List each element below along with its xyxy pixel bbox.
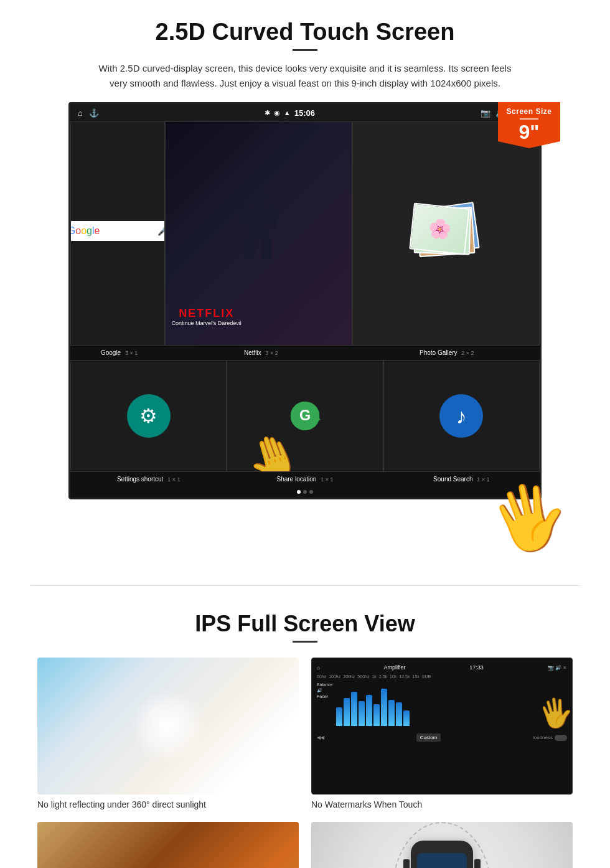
hand-pointer-icon: 🤚 xyxy=(239,425,307,472)
screen-size-badge: Screen Size 9" xyxy=(498,102,560,148)
netflix-logo-text: NETFLIX xyxy=(172,307,242,320)
eq-bar-5 xyxy=(366,695,372,726)
eq-bar-10 xyxy=(403,710,410,726)
svg-rect-3 xyxy=(267,207,277,229)
amp-time: 17:33 xyxy=(469,664,484,671)
amplifier-image: ⌂ Amplifier 17:33 📷 🔊 ✕ 60hz100hz200hz50… xyxy=(311,658,573,795)
car-mirror-right xyxy=(474,859,481,868)
svg-point-0 xyxy=(251,189,266,207)
amp-freq-labels: 60hz100hz200hz500hz1k2.5k10k12.5k15kSUB xyxy=(317,674,567,679)
netflix-overlay: NETFLIX Continue Marvel's Daredevil xyxy=(172,307,242,326)
car-windshield xyxy=(417,853,467,868)
photo-gallery-cell[interactable]: 🌸 xyxy=(352,121,540,346)
google-app-cell[interactable]: Google 🎤 xyxy=(70,121,165,346)
eq-bar-3 xyxy=(351,692,357,726)
dot-1[interactable] xyxy=(297,490,301,494)
sound-search-cell[interactable]: ♪ xyxy=(383,360,540,472)
home-icon[interactable]: ⌂ xyxy=(78,108,83,118)
photo-card-4: 🌸 xyxy=(410,203,470,255)
device-mockup: Screen Size 9" ⌂ ⚓ ✱ ◉ ▲ 15:06 📷 🔊 xyxy=(68,102,542,554)
status-bar: ⌂ ⚓ ✱ ◉ ▲ 15:06 📷 🔊 ✕ ⬜ xyxy=(70,104,540,121)
daredevil-silhouette xyxy=(237,187,280,262)
feature-speed: 🐆 Super Fast Response xyxy=(37,822,299,868)
page-dots xyxy=(70,486,540,498)
eq-bar-2 xyxy=(344,698,350,726)
eq-bars-container: 🖐️ xyxy=(336,682,567,726)
section1-title: 2.5D Curved Touch Screen xyxy=(37,19,573,45)
share-location-cell[interactable]: G 🤚 xyxy=(227,360,383,472)
sunlight-caption: No light reflecting under 360° direct su… xyxy=(37,800,299,809)
amp-back-icon[interactable]: ◀◀ xyxy=(317,735,324,740)
google-search-bar[interactable]: Google 🎤 xyxy=(70,221,165,241)
flower-icon: 🌸 xyxy=(427,217,452,241)
amp-bottom-controls: ◀◀ Custom loudness xyxy=(317,734,567,742)
netflix-label: Netflix 3 × 2 xyxy=(168,348,354,357)
loudness-control: loudness xyxy=(533,735,567,741)
cheetah-image: 🐆 xyxy=(37,822,299,868)
svg-rect-2 xyxy=(240,207,250,229)
bluetooth-icon: ✱ xyxy=(265,109,270,117)
status-center: ✱ ◉ ▲ 15:06 xyxy=(265,108,315,118)
status-left: ⌂ ⚓ xyxy=(78,108,99,118)
svg-rect-4 xyxy=(245,238,255,260)
app-grid-row1: Google 🎤 xyxy=(70,121,540,346)
svg-rect-1 xyxy=(249,205,268,240)
eq-bar-7 xyxy=(381,689,387,726)
photo-stack: 🌸 xyxy=(408,202,483,265)
android-screen: ⌂ ⚓ ✱ ◉ ▲ 15:06 📷 🔊 ✕ ⬜ xyxy=(68,102,542,499)
svg-rect-5 xyxy=(261,238,271,260)
share-label: Share location 1 × 1 xyxy=(227,474,383,484)
location-icon: ◉ xyxy=(274,109,280,117)
section2-title: IPS Full Screen View xyxy=(37,611,573,637)
section1-title-underline xyxy=(293,49,317,51)
amp-title: Amplifier xyxy=(384,664,406,671)
amp-home-icon: ⌂ xyxy=(317,665,320,671)
section-curved-touch: 2.5D Curved Touch Screen With 2.5D curve… xyxy=(0,0,610,567)
amp-side-labels: Balance 🔊 Fader xyxy=(317,682,567,726)
amp-status-bar: ⌂ Amplifier 17:33 📷 🔊 ✕ xyxy=(317,663,567,672)
dot-2[interactable] xyxy=(303,490,307,494)
labels-row-1: Google 3 × 1 Netflix 3 × 2 Photo Gallery… xyxy=(70,346,540,360)
wifi-icon: ▲ xyxy=(284,109,291,116)
gallery-label: Photo Gallery 2 × 2 xyxy=(354,348,540,357)
loudness-toggle[interactable] xyxy=(555,735,567,741)
camera-icon[interactable]: 📷 xyxy=(481,108,490,118)
amp-icons: 📷 🔊 ✕ xyxy=(548,665,567,671)
cheetah-emoji: 🐆 xyxy=(137,861,199,868)
car-image xyxy=(311,822,573,868)
eq-bar-9 xyxy=(396,702,402,726)
svg-text:G: G xyxy=(299,407,311,423)
badge-title: Screen Size xyxy=(502,107,556,116)
mic-icon[interactable]: 🎤 xyxy=(157,227,165,236)
app-grid-row2: ⚙ G 🤚 ♪ xyxy=(70,360,540,472)
settings-label: Settings shortcut 1 × 1 xyxy=(70,474,227,484)
sunlight-glare xyxy=(131,689,205,763)
car-top-container xyxy=(411,841,473,868)
labels-row-2: Settings shortcut 1 × 1 Share location 1… xyxy=(70,472,540,486)
dot-3[interactable] xyxy=(309,490,313,494)
sunlight-image xyxy=(37,658,299,795)
custom-button[interactable]: Custom xyxy=(416,734,441,742)
section-ips: IPS Full Screen View No light reflecting… xyxy=(0,605,610,868)
loudness-label: loudness xyxy=(533,735,553,740)
time-display: 15:06 xyxy=(294,108,315,118)
eq-bar-8 xyxy=(388,700,395,726)
watermark-caption: No Watermarks When Touch xyxy=(311,800,573,809)
settings-app-cell[interactable]: ⚙ xyxy=(70,360,227,472)
feature-grid: No light reflecting under 360° direct su… xyxy=(37,658,573,868)
google-logo: Google xyxy=(70,225,100,237)
feature-watermark: ⌂ Amplifier 17:33 📷 🔊 ✕ 60hz100hz200hz50… xyxy=(311,658,573,809)
eq-bar-1 xyxy=(336,707,342,726)
settings-icon: ⚙ xyxy=(127,394,171,438)
feature-viewing-angle: Large Viewing Angle xyxy=(311,822,573,868)
badge-bar xyxy=(520,118,538,120)
touch-hand-icon: 🖐️ xyxy=(536,694,573,732)
usb-icon: ⚓ xyxy=(89,108,99,118)
section2-title-underline xyxy=(293,641,317,643)
eq-bar-6 xyxy=(373,704,380,726)
section-divider xyxy=(30,585,580,586)
google-label: Google 3 × 1 xyxy=(70,348,168,357)
badge-size: 9" xyxy=(502,122,556,142)
sound-search-icon: ♪ xyxy=(439,394,483,438)
netflix-app-cell[interactable]: ▶ NETFLIX Continue Marvel's Daredevil xyxy=(165,121,352,346)
